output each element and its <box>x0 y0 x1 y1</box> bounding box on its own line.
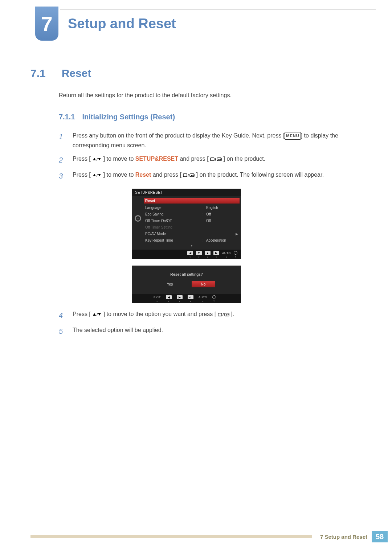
chapter-number-tab: 7 <box>35 7 58 41</box>
osd-item-pcav: PC/AV Mode ▶ <box>145 230 238 237</box>
osd-item-eco: Eco Saving : Off <box>145 211 238 217</box>
step-2: 2 Press [ / ] to move to SETUP&RESET and… <box>59 154 364 166</box>
osd-icon-column <box>132 196 144 250</box>
svg-marker-0 <box>93 158 96 160</box>
step-3: 3 Press [ / ] to move to Reset and press… <box>59 170 364 182</box>
confirm-yes: Yes <box>158 282 181 286</box>
subsection-number: 7.1.1 <box>59 113 75 121</box>
svg-marker-13 <box>191 175 192 176</box>
osd-item-label: PC/AV Mode <box>145 232 203 236</box>
steps-list-contd: 4 Press [ / ] to move to the option you … <box>59 309 364 337</box>
chapter-header: 7 Setup and Reset <box>35 7 176 41</box>
step-number: 5 <box>59 325 65 337</box>
osd-item-label: Reset <box>145 199 238 203</box>
svg-marker-14 <box>93 313 96 316</box>
osd-body: Reset Language : English Eco Saving : Of… <box>132 196 241 250</box>
step-text: ] on the product. The following screen w… <box>196 172 324 178</box>
confirm-no: No <box>192 281 215 287</box>
source-enter-icon: / <box>183 173 195 177</box>
osd-menu-screenshot: SETUP&RESET Reset Language : English Eco <box>132 189 364 259</box>
svg-marker-7 <box>93 174 96 176</box>
svg-text:/: / <box>97 312 98 317</box>
confirm-question: Reset all settings? <box>170 272 203 276</box>
up-down-arrow-icon: / <box>92 157 102 161</box>
svg-text:/: / <box>188 173 189 177</box>
step-number: 2 <box>59 154 65 166</box>
nav-left-icon: ◀ <box>166 295 172 299</box>
gear-icon <box>135 215 141 222</box>
osd-item-keyrepeat: Key Repeat Time : Acceleration <box>145 237 238 243</box>
source-enter-icon: / <box>218 312 229 317</box>
page-content: 7.1 Reset Return all the settings for th… <box>30 67 364 341</box>
osd-panel: SETUP&RESET Reset Language : English Eco <box>132 189 241 259</box>
confirm-footer: EXIT▾ ◀▾ ▶▾ ↵▾ AUTO▾ ▾ <box>132 294 241 303</box>
step-body: The selected option will be applied. <box>73 325 364 337</box>
step-text: Press [ <box>73 156 91 162</box>
svg-rect-17 <box>218 313 222 316</box>
step-body: Press [ / ] to move to the option you wa… <box>73 309 364 321</box>
svg-marker-16 <box>98 313 101 316</box>
enter-icon: ↵ <box>188 295 193 299</box>
confirm-dialog-screenshot: Reset all settings? Yes No EXIT▾ ◀▾ ▶▾ ↵… <box>132 266 241 303</box>
nav-right-icon: ▶ <box>177 295 183 299</box>
footer-bar <box>30 535 312 538</box>
step-5: 5 The selected option will be applied. <box>59 325 364 337</box>
nav-up-icon: ▲ <box>205 251 211 255</box>
power-icon <box>212 295 216 299</box>
step-number: 1 <box>59 131 65 150</box>
up-down-arrow-icon: / <box>92 312 102 317</box>
osd-colon: : <box>203 219 206 223</box>
svg-marker-6 <box>218 159 219 160</box>
page-footer: 7 Setup and Reset 58 <box>30 531 388 542</box>
svg-marker-9 <box>98 174 101 176</box>
footer-label: 7 Setup and Reset <box>320 534 367 540</box>
power-icon <box>234 251 237 255</box>
svg-text:/: / <box>97 157 98 161</box>
svg-text:/: / <box>97 173 98 177</box>
confirm-body: Reset all settings? Yes No <box>132 266 241 294</box>
steps-list: 1 Press any button on the front of the p… <box>59 131 364 182</box>
step-text: Press any button on the front of the pro… <box>73 132 285 139</box>
osd-item-reset: Reset <box>144 198 240 204</box>
step-body: Press [ / ] to move to Reset and press [… <box>73 170 364 182</box>
exit-label: EXIT <box>154 295 161 299</box>
auto-label: AUTO <box>199 295 207 299</box>
osd-item-value: Off <box>206 212 238 216</box>
menu-key-icon: MENU <box>285 132 301 140</box>
step-text: and press [ <box>151 172 181 178</box>
svg-rect-3 <box>211 158 214 161</box>
step-number: 3 <box>59 170 65 182</box>
step-text: ] to move to <box>103 156 135 162</box>
osd-item-label: Off Timer Setting <box>145 225 238 229</box>
osd-item-offtimer-onoff: Off Timer On/Off : Off <box>145 217 238 224</box>
nav-down-icon: ▼ <box>196 251 202 255</box>
nav-right-icon: ▶ <box>213 251 219 255</box>
step-text: ] to move to the option you want and pre… <box>103 311 216 317</box>
osd-colon: : <box>203 206 206 210</box>
step-4: 4 Press [ / ] to move to the option you … <box>59 309 364 321</box>
osd-item-language: Language : English <box>145 204 238 211</box>
chapter-number: 7 <box>41 12 52 36</box>
chevron-down-icon: ▾ <box>145 244 238 247</box>
auto-label: AUTO <box>222 251 231 255</box>
section-number: 7.1 <box>30 67 46 79</box>
svg-text:/: / <box>215 157 216 161</box>
osd-item-label: Off Timer On/Off <box>145 219 203 223</box>
source-enter-icon: / <box>210 157 222 161</box>
section-title: Reset <box>62 67 91 79</box>
step-1: 1 Press any button on the front of the p… <box>59 131 364 150</box>
step-text: Press [ <box>73 172 91 178</box>
chevron-right-icon: ▶ <box>236 232 238 236</box>
osd-item-label: Eco Saving <box>145 212 203 216</box>
step-text: ] to move to <box>103 172 135 178</box>
step-text: ]. <box>231 311 234 317</box>
osd-item-label: Key Repeat Time <box>145 238 203 242</box>
osd-item-value: Off <box>206 219 238 223</box>
osd-item-value: Acceleration <box>206 238 238 242</box>
keyword-reset: Reset <box>135 172 151 178</box>
section-intro: Return all the settings for the product … <box>59 91 364 100</box>
step-text: Press [ <box>73 311 91 317</box>
step-body: Press [ / ] to move to SETUP&RESET and p… <box>73 154 364 166</box>
chapter-title: Setup and Reset <box>68 16 176 32</box>
svg-rect-10 <box>183 174 187 177</box>
